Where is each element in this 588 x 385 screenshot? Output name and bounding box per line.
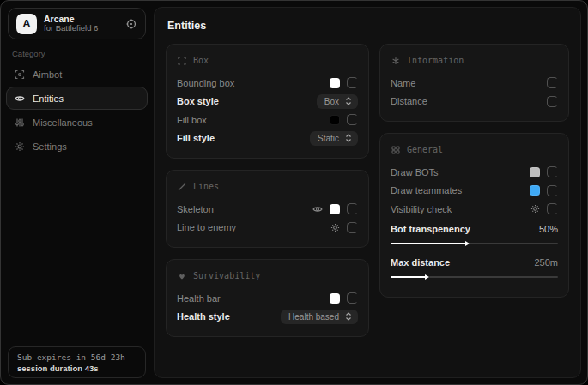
brand-text: Arcane for Battlefield 6 [44, 14, 98, 33]
fill-style-select[interactable]: Static [310, 131, 358, 146]
row-label: Skeleton [177, 204, 214, 214]
slider-track [470, 243, 558, 244]
heart-icon [178, 272, 186, 280]
health-style-select[interactable]: Health based [281, 310, 358, 324]
panel-general: General Draw BOTs Draw teammates [379, 133, 569, 298]
row-box-style: Box style Box [177, 93, 358, 111]
row-skeleton: Skeleton [177, 200, 358, 219]
panel-title: Information [407, 56, 464, 65]
sidebar-item-miscellaneous[interactable]: Miscellaneous [6, 111, 148, 134]
row-label: Max distance [391, 257, 450, 268]
skeleton-checkbox[interactable] [347, 203, 358, 214]
bot-transparency-value: 50% [539, 224, 558, 234]
category-label: Category [12, 49, 45, 58]
fill-style-value: Static [318, 134, 339, 143]
row-draw-bots: Draw BOTs [391, 163, 558, 182]
row-max-distance: Max distance 250m [391, 253, 558, 272]
distance-checkbox[interactable] [547, 96, 558, 107]
draw-teammates-checkbox[interactable] [547, 185, 558, 196]
panel-box: Box Bounding box Box style Box [166, 44, 369, 159]
row-bounding-box: Bounding box [177, 74, 358, 93]
page-title: Entities [167, 20, 569, 32]
max-distance-slider[interactable] [391, 273, 558, 281]
panel-title: Survivability [193, 271, 260, 280]
fill-box-checkbox[interactable] [347, 114, 358, 125]
panel-lines: Lines Skeleton [166, 170, 369, 248]
panel-box-header: Box [178, 56, 358, 65]
box-scan-icon [178, 57, 186, 65]
sidebar-item-label: Miscellaneous [33, 117, 93, 128]
row-visibility-check: Visibility check [391, 200, 558, 219]
panel-survivability: Survivability Health bar Health style [166, 259, 369, 337]
sidebar-item-label: Settings [33, 141, 67, 152]
crosshair-icon [15, 69, 25, 80]
scope-icon[interactable] [125, 18, 137, 30]
panel-title: Box [193, 56, 209, 65]
bounding-box-color-swatch[interactable] [330, 78, 340, 88]
chevrons-up-down-icon [345, 312, 352, 321]
health-style-value: Health based [288, 312, 339, 322]
row-draw-teammates: Draw teammates [391, 182, 558, 201]
bot-transparency-slider[interactable] [391, 239, 558, 248]
row-label: Visibility check [391, 204, 452, 214]
row-label: Fill style [177, 133, 215, 143]
name-checkbox[interactable] [547, 77, 558, 88]
row-distance: Distance [391, 93, 558, 111]
subscription-card: Sub expires in 56d 23h session duration … [8, 346, 146, 378]
skeleton-color-swatch[interactable] [330, 204, 340, 214]
app-subtitle: for Battlefield 6 [44, 24, 98, 33]
health-bar-checkbox[interactable] [347, 292, 358, 304]
health-bar-color-swatch[interactable] [330, 293, 340, 304]
row-fill-box: Fill box [177, 111, 358, 129]
row-label: Distance [391, 96, 427, 106]
slider-fill [391, 276, 426, 278]
main-content: Entities Box Bounding box [154, 7, 581, 378]
sidebar-nav: Aimbot Entities Miscellaneous [6, 63, 148, 158]
panel-lines-header: Lines [178, 182, 358, 191]
gear-icon[interactable] [530, 204, 540, 214]
visibility-check-checkbox[interactable] [547, 203, 558, 214]
avatar: A [16, 14, 37, 34]
sidebar-item-label: Entities [33, 93, 64, 104]
eye-icon[interactable] [312, 204, 323, 214]
box-style-select[interactable]: Box [317, 94, 358, 109]
panel-title: Lines [193, 182, 219, 191]
panel-title: General [407, 145, 443, 154]
row-label: Bot transpenency [391, 224, 470, 234]
row-label: Bounding box [177, 78, 234, 88]
row-fill-style: Fill style Static [177, 129, 358, 148]
draw-bots-checkbox[interactable] [547, 166, 558, 177]
row-label: Health style [177, 311, 230, 322]
row-label: Draw BOTs [391, 167, 439, 177]
draw-teammates-color-swatch[interactable] [530, 185, 540, 196]
app-window: A Arcane for Battlefield 6 Category [0, 0, 588, 385]
row-health-bar: Health bar [177, 289, 358, 308]
right-column: Information Name Distance [379, 44, 569, 298]
eye-icon [15, 93, 25, 104]
sidebar-item-settings[interactable]: Settings [6, 135, 148, 158]
panel-general-header: General [391, 145, 558, 154]
fill-box-color-swatch[interactable] [330, 115, 340, 125]
gear-icon[interactable] [330, 223, 340, 232]
sidebar-item-aimbot[interactable]: Aimbot [6, 63, 148, 86]
row-health-style: Health style Health based [177, 308, 358, 327]
slider-fill [391, 243, 466, 244]
sidebar: A Arcane for Battlefield 6 Category [1, 1, 153, 384]
left-column: Box Bounding box Box style Box [166, 44, 369, 337]
row-label: Draw teammates [391, 185, 462, 196]
bounding-box-checkbox[interactable] [347, 77, 358, 88]
line-to-enemy-checkbox[interactable] [347, 222, 358, 233]
grid-icon [391, 146, 400, 154]
diagonal-line-icon [178, 183, 186, 191]
sliders-icon [15, 117, 25, 128]
session-duration: session duration 43s [17, 364, 136, 373]
row-label: Box style [177, 96, 219, 106]
sidebar-item-entities[interactable]: Entities [6, 87, 148, 110]
panel-information: Information Name Distance [379, 44, 569, 122]
draw-bots-color-swatch[interactable] [530, 167, 540, 177]
gear-icon [15, 141, 25, 152]
row-bot-transparency: Bot transpenency 50% [391, 220, 558, 239]
asterisk-icon [391, 57, 400, 65]
slider-track [429, 276, 558, 278]
row-label: Fill box [177, 115, 207, 125]
